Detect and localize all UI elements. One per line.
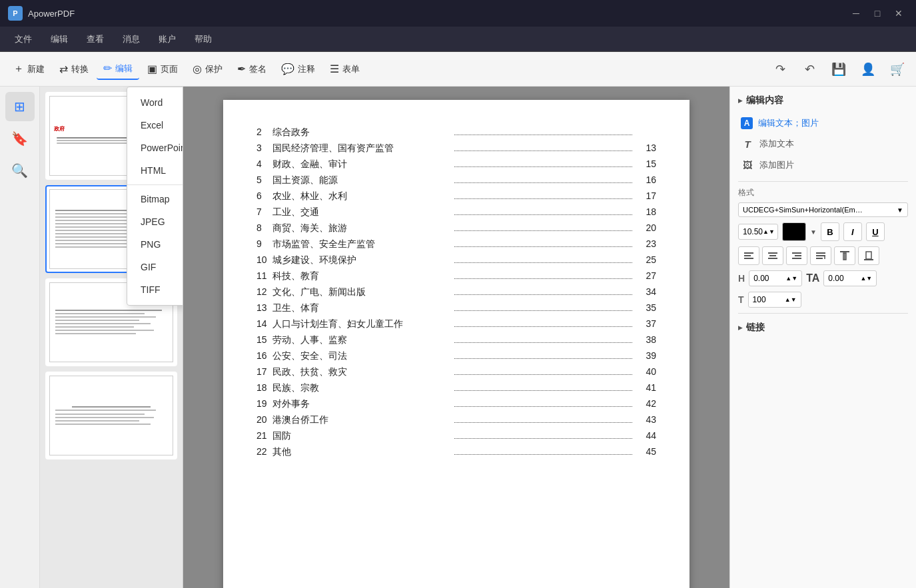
menu-file[interactable]: 文件 (5, 29, 41, 49)
italic-button[interactable]: I (843, 222, 862, 241)
right-divider-2 (738, 313, 908, 314)
tool-page[interactable]: ▣ 页面 (141, 59, 185, 79)
tool-edit-label: 编辑 (115, 63, 133, 75)
toc-item-16: 16 公安、安全、司法 39 (256, 350, 656, 362)
dropdown-tiff[interactable]: TIFF (127, 278, 183, 301)
font-family-value: UCDECG+SimSun+Horizontal(Embed (743, 206, 863, 214)
tool-comment[interactable]: 💬 注释 (274, 59, 322, 79)
thumb-img-4 (49, 376, 173, 455)
left-panel: ⊞ 🔖 🔍 (0, 87, 40, 588)
dropdown-jpeg[interactable]: JPEG (127, 210, 183, 233)
svg-rect-9 (816, 252, 825, 254)
toc-item-4: 4 财政、金融、审计 15 (256, 158, 656, 170)
dropdown-excel[interactable]: Excel (127, 114, 183, 137)
font-color-picker[interactable] (782, 222, 806, 241)
toc-item-14: 14 人口与计划生育、妇女儿童工作 37 (256, 318, 656, 330)
tool-protect-label: 保护 (205, 63, 223, 75)
account-button[interactable]: 👤 (856, 57, 880, 81)
align-right-button[interactable] (786, 246, 807, 265)
svg-rect-13 (840, 251, 849, 252)
scale-input[interactable]: 100 ▲▼ (748, 292, 801, 308)
edit-section-arrow: ▸ (738, 96, 742, 105)
tool-new[interactable]: ＋ 新建 (7, 58, 51, 80)
position-h-input[interactable]: 0.00 ▲▼ (749, 270, 802, 286)
toc-item-10: 10 城乡建设、环境保护 25 (256, 254, 656, 266)
dropdown-png[interactable]: PNG (127, 233, 183, 256)
undo-button[interactable]: ↶ (797, 57, 821, 81)
toc-item-19: 19 对外事务 42 (256, 398, 656, 410)
svg-rect-6 (792, 252, 801, 254)
font-size-input[interactable]: 10.50 ▲▼ (738, 224, 778, 240)
edit-text-image-button[interactable]: A 编辑文本；图片 (738, 113, 908, 133)
toc-item-17: 17 民政、扶贫、救灾 40 (256, 366, 656, 378)
page-icon: ▣ (147, 63, 157, 75)
dropdown-html[interactable]: HTML (127, 159, 183, 182)
menu-help[interactable]: 帮助 (185, 29, 221, 49)
toc-item-22: 22 其他 45 (256, 446, 656, 458)
font-size-value: 10.50 (743, 227, 763, 236)
tool-sign[interactable]: ✒ 签名 (230, 59, 273, 79)
tool-protect[interactable]: ◎ 保护 (186, 59, 229, 79)
edit-section-title: ▸ 编辑内容 (738, 95, 908, 107)
convert-dropdown: Word Excel PowerPoint HTML Bitmap JPEG P… (127, 87, 183, 306)
add-text-button[interactable]: T 添加文本 (738, 133, 908, 154)
toc-item-9: 9 市场监管、安全生产监管 23 (256, 238, 656, 250)
minimize-button[interactable]: ─ (847, 6, 865, 21)
toc-item-15: 15 劳动、人事、监察 38 (256, 334, 656, 346)
save-button[interactable]: 💾 (827, 57, 851, 81)
menu-edit[interactable]: 编辑 (41, 29, 77, 49)
thumbnail-page-4[interactable] (45, 372, 177, 459)
align-center-button[interactable] (762, 246, 783, 265)
add-image-button[interactable]: 🖼 添加图片 (738, 154, 908, 176)
edit-section-label: 编辑内容 (746, 95, 783, 107)
toolbar: ＋ 新建 ⇄ 转换 ✏ 编辑 ▣ 页面 ◎ 保护 ✒ 签名 💬 注释 ☰ 表单 … (0, 52, 916, 87)
format-section-label: 格式 (738, 187, 908, 198)
redo-button[interactable]: ↷ (768, 57, 792, 81)
valign-top-icon (839, 250, 850, 261)
menu-account[interactable]: 账户 (149, 29, 185, 49)
dropdown-gif[interactable]: GIF (127, 256, 183, 278)
pdf-content-area[interactable]: 2 综合政务 3 国民经济管理、国有资产监管 13 4 财政、金融、审计 15 … (183, 87, 729, 588)
underline-button[interactable]: U (866, 222, 885, 241)
menu-view[interactable]: 查看 (77, 29, 113, 49)
toc-item-18: 18 民族、宗教 41 (256, 382, 656, 394)
align-left-button[interactable] (738, 246, 759, 265)
tool-new-label: 新建 (27, 63, 45, 75)
font-family-select[interactable]: UCDECG+SimSun+Horizontal(Embed ▼ (738, 202, 908, 217)
pages-panel-button[interactable]: ⊞ (5, 92, 35, 121)
font-family-row: UCDECG+SimSun+Horizontal(Embed ▼ (738, 202, 908, 217)
tool-form[interactable]: ☰ 表单 (323, 59, 366, 79)
main-layout: ⊞ 🔖 🔍 政府 (0, 87, 916, 588)
search-panel-button[interactable]: 🔍 (5, 156, 35, 185)
ta-label: TA (806, 272, 819, 284)
cart-button[interactable]: 🛒 (885, 57, 909, 81)
scale-value: 100 (753, 295, 766, 304)
maximize-button[interactable]: □ (868, 6, 887, 21)
position-ta-input[interactable]: 0.00 ▲▼ (823, 270, 877, 286)
sign-icon: ✒ (237, 63, 246, 75)
tool-edit[interactable]: ✏ 编辑 (97, 58, 139, 80)
menu-message[interactable]: 消息 (113, 29, 149, 49)
tool-convert[interactable]: ⇄ 转换 (53, 59, 95, 79)
form-icon: ☰ (330, 63, 339, 75)
svg-rect-3 (768, 252, 777, 254)
app-name: ApowerPDF (28, 9, 75, 19)
svg-rect-17 (866, 252, 871, 259)
dropdown-powerpoint[interactable]: PowerPoint (127, 137, 183, 159)
add-image-icon: 🖼 (741, 158, 754, 172)
valign-bottom-button[interactable] (858, 246, 879, 265)
tool-page-label: 页面 (161, 63, 178, 75)
valign-top-button[interactable] (834, 246, 855, 265)
dropdown-word[interactable]: Word (127, 91, 183, 114)
close-button[interactable]: ✕ (889, 6, 908, 21)
edit-icon: ✏ (103, 62, 112, 75)
toc-item-21: 21 国防 44 (256, 430, 656, 442)
bold-button[interactable]: B (821, 222, 839, 241)
svg-rect-4 (769, 255, 776, 256)
toc-item-5: 5 国土资源、能源 16 (256, 174, 656, 186)
justify-button[interactable] (810, 246, 831, 265)
link-section[interactable]: ▸ 链接 (738, 322, 908, 334)
font-size-color-row: 10.50 ▲▼ ▼ B I U (738, 222, 908, 241)
dropdown-bitmap[interactable]: Bitmap (127, 188, 183, 210)
bookmark-panel-button[interactable]: 🔖 (5, 124, 35, 153)
